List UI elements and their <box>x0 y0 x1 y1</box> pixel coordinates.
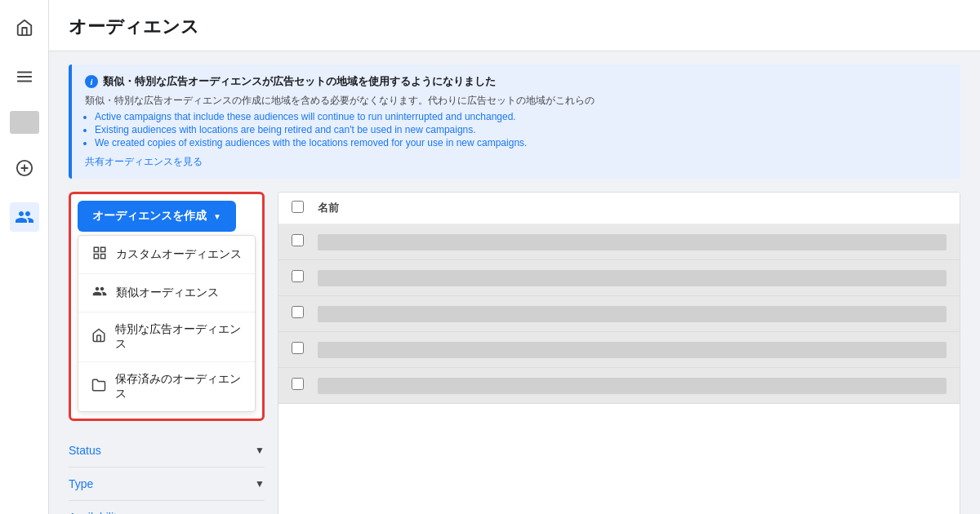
table-row <box>278 332 960 368</box>
row-checkbox-4[interactable] <box>292 342 304 354</box>
row-checkbox-container-1 <box>292 234 308 250</box>
audience-table: 名前 <box>278 192 960 514</box>
status-filter[interactable]: Status ▼ <box>69 434 265 467</box>
status-chevron-icon: ▼ <box>255 445 265 456</box>
alert-bullet-3: We created copies of existing audiences … <box>95 137 947 148</box>
row-content-1 <box>318 234 947 250</box>
table-body <box>278 224 960 404</box>
chevron-down-icon: ▼ <box>213 212 221 221</box>
sidebar-item-home[interactable] <box>10 13 39 42</box>
row-content-5 <box>318 378 947 394</box>
row-content-4 <box>318 342 947 358</box>
lookalike-audience-icon <box>91 284 108 302</box>
row-checkbox-container-5 <box>292 378 308 393</box>
type-filter[interactable]: Type ▼ <box>69 467 265 501</box>
content-area: オーディエンスを作成 ▼ カスタムオーディエンス <box>49 192 980 514</box>
create-audience-button[interactable]: オーディエンスを作成 ▼ <box>78 201 236 232</box>
filters-panel: オーディエンスを作成 ▼ カスタムオーディエンス <box>69 192 265 514</box>
row-checkbox-5[interactable] <box>292 378 304 390</box>
table-row <box>278 224 960 260</box>
select-all-checkbox-container <box>292 201 308 215</box>
row-checkbox-1[interactable] <box>292 234 304 246</box>
info-icon: i <box>85 75 98 88</box>
dropdown-item-custom[interactable]: カスタムオーディエンス <box>78 236 255 274</box>
row-content-2 <box>318 270 947 286</box>
select-all-checkbox[interactable] <box>292 201 304 213</box>
main-content: オーディエンス i 類似・特別な広告オーディエンスが広告セットの地域を使用するよ… <box>49 0 980 514</box>
table-header-name: 名前 <box>318 201 339 215</box>
row-checkbox-container-2 <box>292 270 308 286</box>
alert-description: 類似・特別な広告オーディエンスの作成に地域を含める必要がなくなります。代わりに広… <box>85 94 947 108</box>
dropdown-item-lookalike[interactable]: 類似オーディエンス <box>78 274 255 312</box>
sidebar-avatar <box>10 111 39 134</box>
dropdown-container: オーディエンスを作成 ▼ カスタムオーディエンス <box>69 192 265 421</box>
type-chevron-icon: ▼ <box>255 478 265 490</box>
sidebar-item-audiences[interactable] <box>10 202 39 232</box>
row-checkbox-3[interactable] <box>292 306 304 318</box>
table-row <box>278 260 960 296</box>
table-row <box>278 296 960 332</box>
availability-filter[interactable]: Availability ▼ <box>69 501 265 514</box>
filters-list: Status ▼ Type ▼ Availability ▼ Source ▼ <box>69 434 265 514</box>
row-checkbox-container-4 <box>292 342 308 357</box>
page-header: オーディエンス <box>49 0 980 51</box>
page-title: オーディエンス <box>69 15 960 39</box>
svg-rect-8 <box>94 255 98 259</box>
alert-title: i 類似・特別な広告オーディエンスが広告セットの地域を使用するようになりました <box>85 74 947 89</box>
table-header-row: 名前 <box>278 193 960 224</box>
row-checkbox-container-3 <box>292 306 308 321</box>
alert-link[interactable]: 共有オーディエンスを見る <box>85 155 203 169</box>
alert-bullets: Active campaigns that include these audi… <box>95 111 947 148</box>
svg-rect-9 <box>101 255 105 259</box>
alert-bullet-1: Active campaigns that include these audi… <box>95 111 947 122</box>
table-layout: オーディエンスを作成 ▼ カスタムオーディエンス <box>69 192 960 514</box>
alert-banner: i 類似・特別な広告オーディエンスが広告セットの地域を使用するようになりました … <box>69 64 960 179</box>
sidebar <box>0 0 49 514</box>
saved-audience-icon <box>91 378 107 396</box>
svg-rect-6 <box>94 247 98 251</box>
table-row <box>278 368 960 404</box>
dropdown-item-special-ad[interactable]: 特別な広告オーディエンス <box>78 312 255 362</box>
sidebar-item-create[interactable] <box>10 153 39 183</box>
special-ad-audience-icon <box>91 328 107 346</box>
custom-audience-icon <box>91 246 108 264</box>
dropdown-item-saved[interactable]: 保存済みのオーディエンス <box>78 362 255 411</box>
sidebar-item-menu[interactable] <box>10 62 39 91</box>
alert-bullet-2: Existing audiences with locations are be… <box>95 124 947 135</box>
row-checkbox-2[interactable] <box>292 270 304 282</box>
dropdown-menu: カスタムオーディエンス 類似オーディエンス <box>78 235 256 412</box>
svg-rect-7 <box>101 247 105 251</box>
row-content-3 <box>318 306 947 322</box>
